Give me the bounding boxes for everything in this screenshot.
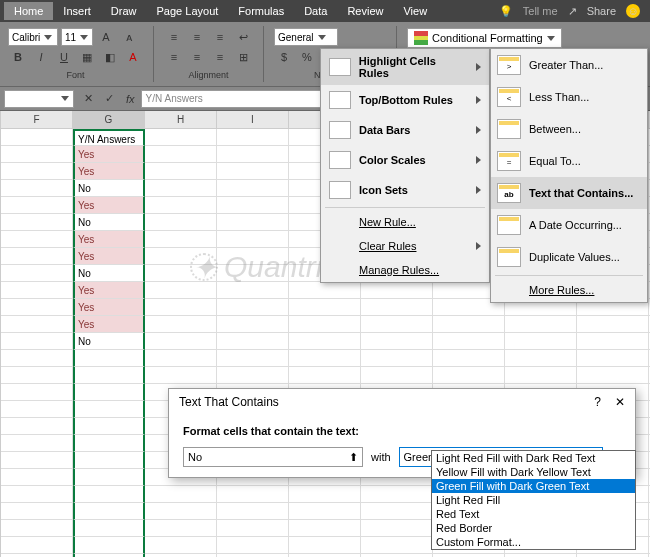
cell[interactable]: [145, 231, 217, 248]
cell[interactable]: [217, 299, 289, 316]
cell[interactable]: [1, 401, 73, 418]
cell[interactable]: [73, 520, 145, 537]
format-option[interactable]: Red Text: [432, 507, 635, 521]
cell[interactable]: [145, 248, 217, 265]
font-name-select[interactable]: Calibri: [8, 28, 58, 46]
number-format-select[interactable]: General: [274, 28, 338, 46]
hc-item-greater-than-[interactable]: >Greater Than...: [491, 49, 647, 81]
cell[interactable]: [1, 333, 73, 350]
tellme-text[interactable]: Tell me: [523, 5, 558, 17]
align-center-icon[interactable]: ≡: [187, 48, 207, 66]
cell[interactable]: [145, 129, 217, 146]
cell[interactable]: [73, 503, 145, 520]
hc-item-duplicate-values-[interactable]: Duplicate Values...: [491, 241, 647, 273]
hc-item-a-date-occurring-[interactable]: A Date Occurring...: [491, 209, 647, 241]
col-header-G[interactable]: G: [73, 111, 145, 128]
border-button[interactable]: ▦: [77, 48, 97, 66]
cf-item-manage-rules-[interactable]: Manage Rules...: [321, 258, 489, 282]
cell[interactable]: [433, 367, 505, 384]
cell[interactable]: [1, 129, 73, 146]
cell[interactable]: [145, 367, 217, 384]
cell[interactable]: [217, 537, 289, 554]
cell[interactable]: [1, 231, 73, 248]
cell[interactable]: [145, 282, 217, 299]
more-rules-item[interactable]: More Rules...: [491, 278, 647, 302]
cell[interactable]: [217, 520, 289, 537]
cell[interactable]: [289, 333, 361, 350]
italic-button[interactable]: I: [31, 48, 51, 66]
cell[interactable]: [145, 520, 217, 537]
cell[interactable]: [1, 299, 73, 316]
cell[interactable]: Yes: [73, 316, 145, 333]
cell[interactable]: [1, 265, 73, 282]
cell[interactable]: [217, 231, 289, 248]
tab-review[interactable]: Review: [337, 2, 393, 20]
cell[interactable]: [73, 418, 145, 435]
cell[interactable]: [505, 316, 577, 333]
cell[interactable]: Yes: [73, 299, 145, 316]
cell[interactable]: [433, 333, 505, 350]
cf-item-color-scales[interactable]: Color Scales: [321, 145, 489, 175]
cell[interactable]: [577, 367, 649, 384]
cell[interactable]: [289, 316, 361, 333]
cell[interactable]: [73, 367, 145, 384]
underline-button[interactable]: U: [54, 48, 74, 66]
tab-insert[interactable]: Insert: [53, 2, 101, 20]
cell[interactable]: [145, 146, 217, 163]
cell[interactable]: Y/N Answers: [73, 129, 145, 146]
align-right-icon[interactable]: ≡: [210, 48, 230, 66]
decrease-font-icon[interactable]: ᴀ: [119, 28, 139, 46]
cell[interactable]: [1, 503, 73, 520]
col-header-H[interactable]: H: [145, 111, 217, 128]
cell[interactable]: [73, 435, 145, 452]
cell[interactable]: [289, 503, 361, 520]
format-option[interactable]: Custom Format...: [432, 535, 635, 549]
format-option[interactable]: Green Fill with Dark Green Text: [432, 479, 635, 493]
cell[interactable]: [1, 452, 73, 469]
cell[interactable]: [1, 180, 73, 197]
cell[interactable]: [1, 537, 73, 554]
cell[interactable]: [145, 163, 217, 180]
cell[interactable]: [289, 299, 361, 316]
align-top-icon[interactable]: ≡: [164, 28, 184, 46]
cell[interactable]: [1, 197, 73, 214]
merge-icon[interactable]: ⊞: [233, 48, 253, 66]
cell[interactable]: [433, 316, 505, 333]
currency-icon[interactable]: $: [274, 48, 294, 66]
cell[interactable]: [1, 146, 73, 163]
align-left-icon[interactable]: ≡: [164, 48, 184, 66]
cell[interactable]: [361, 537, 433, 554]
font-size-select[interactable]: 11: [61, 28, 93, 46]
font-color-button[interactable]: A: [123, 48, 143, 66]
cell[interactable]: [217, 214, 289, 231]
cell[interactable]: [289, 520, 361, 537]
percent-icon[interactable]: %: [297, 48, 317, 66]
cell[interactable]: [217, 350, 289, 367]
cell[interactable]: [145, 486, 217, 503]
cell[interactable]: No: [73, 214, 145, 231]
cell[interactable]: [1, 367, 73, 384]
cell[interactable]: [145, 316, 217, 333]
cell[interactable]: Yes: [73, 197, 145, 214]
bold-button[interactable]: B: [8, 48, 28, 66]
cell[interactable]: [361, 350, 433, 367]
cell[interactable]: [217, 265, 289, 282]
cell[interactable]: [289, 537, 361, 554]
cell[interactable]: [145, 333, 217, 350]
cell[interactable]: [145, 537, 217, 554]
name-box[interactable]: [4, 90, 74, 108]
cell[interactable]: [145, 299, 217, 316]
cell[interactable]: [73, 486, 145, 503]
cell[interactable]: [361, 282, 433, 299]
cell[interactable]: [1, 214, 73, 231]
cell[interactable]: [1, 418, 73, 435]
cell[interactable]: Yes: [73, 231, 145, 248]
dialog-help-icon[interactable]: ?: [594, 395, 601, 409]
cell[interactable]: [505, 350, 577, 367]
cell[interactable]: [1, 486, 73, 503]
cell[interactable]: [505, 333, 577, 350]
cell[interactable]: [217, 316, 289, 333]
cf-item-highlight-cells-rules[interactable]: Highlight Cells Rules: [321, 49, 489, 85]
cell[interactable]: [73, 537, 145, 554]
cf-item-new-rule-[interactable]: New Rule...: [321, 210, 489, 234]
